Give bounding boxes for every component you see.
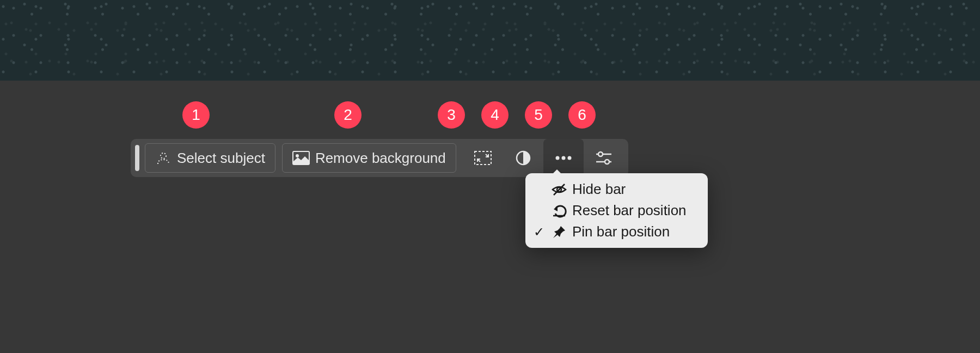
svg-point-0 (161, 153, 166, 159)
hide-bar-label: Hide bar (572, 181, 626, 198)
svg-point-9 (598, 152, 603, 156)
select-subject-label: Select subject (177, 150, 265, 167)
undo-icon (550, 204, 568, 218)
reset-bar-position-item[interactable]: Reset bar position (525, 200, 708, 221)
more-options-button[interactable] (543, 139, 584, 177)
annotation-badge-3: 3 (438, 101, 465, 129)
reset-bar-position-label: Reset bar position (572, 202, 687, 219)
person-dotted-icon (155, 150, 171, 166)
ellipsis-icon (555, 155, 572, 161)
remove-background-label: Remove background (315, 150, 446, 167)
annotation-badge-5: 5 (525, 101, 552, 129)
half-circle-icon (515, 150, 531, 166)
hide-icon (550, 183, 568, 196)
properties-button[interactable] (584, 139, 624, 177)
image-icon (292, 151, 310, 165)
hide-bar-item[interactable]: Hide bar (525, 179, 708, 200)
svg-line-13 (554, 184, 565, 195)
check-icon: ✓ (532, 224, 546, 240)
transform-button[interactable] (463, 139, 503, 177)
transform-selection-icon (474, 150, 492, 166)
annotation-badge-6: 6 (568, 101, 596, 129)
pin-bar-position-item[interactable]: ✓ Pin bar position (525, 221, 708, 242)
annotation-badge-1: 1 (182, 101, 210, 129)
svg-point-7 (567, 156, 571, 160)
svg-point-11 (605, 160, 609, 164)
sliders-icon (595, 151, 612, 165)
annotation-badge-4: 4 (481, 101, 509, 129)
canvas-image (0, 0, 980, 81)
select-subject-button[interactable]: Select subject (145, 143, 275, 173)
remove-background-button[interactable]: Remove background (282, 143, 456, 173)
bar-options-dropdown: Hide bar Reset bar position ✓ Pin bar po… (525, 173, 708, 248)
pin-icon (550, 225, 568, 239)
pin-bar-position-label: Pin bar position (572, 223, 670, 240)
adjustments-button[interactable] (503, 139, 543, 177)
svg-point-6 (561, 156, 565, 160)
annotation-badge-2: 2 (334, 101, 362, 129)
svg-point-5 (555, 156, 559, 160)
svg-point-2 (296, 154, 299, 157)
drag-handle[interactable] (135, 145, 139, 171)
svg-rect-3 (475, 151, 491, 165)
